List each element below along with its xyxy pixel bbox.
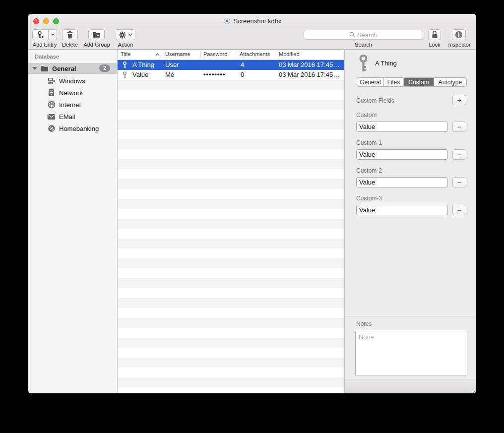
app-window: Screenshot.kdbx Add Entry Delete Add Gro… — [28, 14, 476, 393]
add-group-label: Add Group — [81, 42, 113, 48]
cell-username: User — [165, 61, 179, 68]
info-icon — [455, 31, 463, 39]
desktop: Screenshot.kdbx Add Entry Delete Add Gro… — [0, 0, 504, 433]
tab-general[interactable]: General — [357, 78, 384, 86]
add-entry-button[interactable] — [32, 29, 57, 40]
tab-custom[interactable]: Custom — [404, 78, 434, 86]
column-separator — [162, 51, 162, 58]
table-header: Title Username Password Attachments Modi… — [118, 50, 344, 60]
inspector-label: Inspector — [444, 42, 475, 48]
cell-password: •••••••• — [203, 70, 225, 78]
remove-custom-field-button[interactable]: − — [452, 205, 466, 215]
table-empty-rows — [118, 80, 344, 393]
trash-icon — [66, 31, 73, 39]
entry-title: A Thing — [375, 60, 397, 67]
entry-count-badge: 2 — [99, 64, 110, 72]
tab-autotype[interactable]: Autotype — [434, 78, 466, 86]
remove-custom-field-button[interactable]: − — [452, 177, 466, 187]
add-group-button[interactable] — [88, 29, 105, 40]
resize-grip-icon[interactable] — [470, 388, 475, 393]
notes-label: Notes — [356, 320, 372, 327]
custom-field-input[interactable] — [356, 149, 448, 160]
action-label: Action — [116, 42, 135, 48]
column-header-password[interactable]: Password — [203, 51, 227, 57]
document-proxy-icon[interactable] — [223, 17, 231, 25]
notes-textarea[interactable] — [355, 331, 467, 375]
cell-title: Value — [132, 71, 148, 78]
sidebar: Database General 2 Windows Network — [28, 50, 118, 393]
add-entry-dropdown[interactable] — [49, 30, 57, 40]
delete-label: Delete — [56, 42, 84, 48]
remove-custom-field-button[interactable]: − — [452, 122, 466, 132]
toolbar: Add Entry Delete Add Group Action Search… — [28, 28, 476, 50]
minus-icon: − — [457, 206, 462, 214]
server-icon — [47, 89, 56, 97]
custom-field-input[interactable] — [356, 205, 448, 215]
disclosure-triangle-icon[interactable] — [32, 67, 37, 70]
sidebar-item-network[interactable]: Network — [28, 87, 117, 99]
sidebar-item-internet[interactable]: Internet — [28, 99, 117, 111]
key-icon — [122, 71, 127, 80]
add-entry-label: Add Entry — [32, 42, 57, 48]
entry-key-icon — [358, 55, 369, 74]
sidebar-item-general[interactable]: General 2 — [28, 63, 117, 74]
column-header-attachments[interactable]: Attachments — [240, 51, 270, 57]
folder-icon — [40, 65, 49, 72]
custom-field-label: Custom-3 — [356, 195, 382, 202]
group-label: General — [52, 65, 76, 72]
custom-field-label: Custom-2 — [356, 167, 382, 174]
lock-button[interactable] — [428, 29, 441, 40]
tab-files[interactable]: Files — [384, 78, 404, 86]
minus-icon: − — [457, 123, 462, 131]
add-custom-field-button[interactable]: + — [452, 95, 466, 105]
window-title: Screenshot.kdbx — [234, 17, 282, 25]
column-header-modified[interactable]: Modified — [279, 51, 300, 57]
search-label: Search — [304, 42, 423, 48]
sidebar-item-email[interactable]: EMail — [28, 111, 117, 123]
plus-icon: + — [457, 96, 462, 104]
sidebar-item-homebanking[interactable]: Homebanking — [28, 123, 117, 134]
chevron-down-icon — [51, 33, 55, 36]
column-separator — [236, 51, 236, 58]
sidebar-section-header: Database — [35, 54, 59, 60]
inspector-bottom-bar — [345, 379, 476, 393]
sort-ascending-icon — [155, 53, 160, 56]
custom-field-input[interactable] — [356, 122, 448, 132]
column-header-title[interactable]: Title — [121, 51, 130, 57]
custom-field-label: Custom — [356, 112, 377, 119]
minus-icon: − — [457, 150, 462, 159]
envelope-icon — [47, 113, 56, 121]
sidebar-item-windows[interactable]: Windows — [28, 75, 117, 87]
entry-table: Title Username Password Attachments Modi… — [118, 50, 345, 393]
inspector-panel: A Thing General Files Custom Autotype Cu… — [345, 50, 476, 393]
inspector-tabs: General Files Custom Autotype — [357, 77, 467, 87]
table-row[interactable]: A Thing User 4 03 Mar 2016 17:45… — [118, 60, 344, 70]
delete-button[interactable] — [62, 29, 78, 40]
custom-field-label: Custom-1 — [356, 139, 382, 146]
search-icon — [349, 32, 355, 38]
folder-plus-icon — [92, 31, 101, 38]
remove-custom-field-button[interactable]: − — [452, 149, 466, 160]
column-header-username[interactable]: Username — [165, 51, 190, 57]
key-icon — [122, 62, 127, 70]
percent-icon — [47, 124, 56, 133]
gear-icon — [119, 31, 126, 39]
inspector-button[interactable] — [452, 29, 466, 40]
search-input[interactable]: Search — [304, 30, 423, 40]
table-row[interactable]: Value Me •••••••• 0 03 Mar 2016 17:45… — [118, 70, 344, 80]
globe-icon — [47, 101, 56, 109]
action-button[interactable] — [116, 29, 135, 40]
cell-title: A Thing — [132, 61, 154, 68]
custom-field-input[interactable] — [356, 177, 448, 187]
divider — [345, 316, 476, 316]
cell-attachments: 0 — [241, 71, 244, 78]
column-separator — [200, 51, 201, 58]
chevron-down-icon — [128, 33, 132, 36]
padlock-open-icon — [432, 31, 438, 39]
search-placeholder: Search — [357, 31, 378, 39]
cell-attachments: 4 — [241, 61, 244, 68]
windows-network-icon — [47, 77, 56, 85]
custom-fields-header: Custom Fields — [356, 97, 394, 104]
cell-modified: 03 Mar 2016 17:45… — [279, 71, 339, 78]
title-bar[interactable]: Screenshot.kdbx — [28, 14, 476, 28]
